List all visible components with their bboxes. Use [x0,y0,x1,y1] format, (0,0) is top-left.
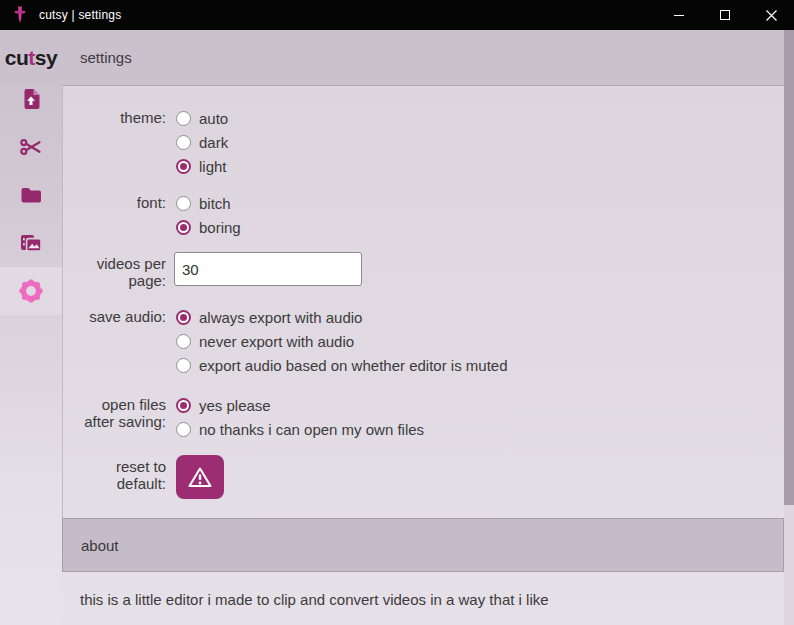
header: cutsy settings [0,30,794,85]
scissors-icon [19,135,43,159]
logo-suffix: sy [35,46,57,69]
settings-panel: theme: auto dark light [62,86,794,518]
radio-icon[interactable] [176,135,191,150]
sidebar-item-settings[interactable] [0,267,62,315]
field-label-save-audio: save audio: [80,305,166,325]
field-label-reset: reset to default: [80,455,166,492]
radio-icon[interactable] [176,398,191,413]
form-row-save-audio: save audio: always export with audio nev… [80,305,794,377]
window-controls [656,0,794,30]
field-label-open-files: open files after saving: [80,393,166,430]
radio-theme-light[interactable]: light [176,154,228,178]
close-button[interactable] [748,0,794,30]
warning-icon [187,465,213,489]
reset-to-default-button[interactable] [176,455,224,499]
app-window: cutsy | settings cutsy settings [0,0,794,625]
logo-prefix: cu [5,46,29,69]
window-title: cutsy | settings [39,8,121,22]
radio-icon[interactable] [176,358,191,373]
maximize-button[interactable] [702,0,748,30]
titlebar: cutsy | settings [0,0,794,30]
field-label-videos-per-page: videos per page: [80,252,166,289]
about-header: about [62,518,784,572]
scrollbar[interactable] [784,30,794,625]
field-label-theme: theme: [80,106,166,126]
app-body: cutsy settings [0,30,794,625]
page-title: settings [80,49,132,66]
videos-per-page-input[interactable] [174,252,362,286]
radio-save-audio-never[interactable]: never export with audio [176,329,508,353]
form-row-videos-per-page: videos per page: [80,252,794,289]
radio-icon[interactable] [176,220,191,235]
close-icon [766,10,777,21]
radio-font-bitch[interactable]: bitch [176,191,241,215]
gear-icon [19,279,43,303]
sidebar-item-import[interactable] [0,75,62,123]
video-gallery-icon [18,231,44,255]
radio-save-audio-muted[interactable]: export audio based on whether editor is … [176,353,508,377]
about-title: about [81,537,119,554]
app-logo: cutsy [0,46,62,70]
radio-theme-dark[interactable]: dark [176,130,228,154]
form-row-open-files: open files after saving: yes please no t… [80,393,794,441]
about-text: this is a little editor i made to clip a… [80,591,549,608]
cutsy-dagger-icon [13,6,27,24]
radio-theme-auto[interactable]: auto [176,106,228,130]
radio-icon[interactable] [176,196,191,211]
radio-open-files-yes[interactable]: yes please [176,393,424,417]
form-row-theme: theme: auto dark light [80,106,794,178]
radio-icon[interactable] [176,334,191,349]
form-row-reset: reset to default: [80,455,794,499]
radio-icon[interactable] [176,159,191,174]
radio-icon[interactable] [176,422,191,437]
sidebar-item-cut[interactable] [0,123,62,171]
minimize-icon [674,15,684,16]
form-row-font: font: bitch boring [80,191,794,239]
minimize-button[interactable] [656,0,702,30]
radio-save-audio-always[interactable]: always export with audio [176,305,508,329]
field-label-font: font: [80,191,166,211]
radio-open-files-no[interactable]: no thanks i can open my own files [176,417,424,441]
scrollbar-thumb[interactable] [784,30,794,505]
sidebar-item-gallery[interactable] [0,219,62,267]
sidebar-item-files[interactable] [0,171,62,219]
upload-file-icon [19,87,43,111]
folder-icon [19,183,43,207]
radio-icon[interactable] [176,310,191,325]
maximize-icon [720,10,730,20]
radio-font-boring[interactable]: boring [176,215,241,239]
radio-icon[interactable] [176,111,191,126]
